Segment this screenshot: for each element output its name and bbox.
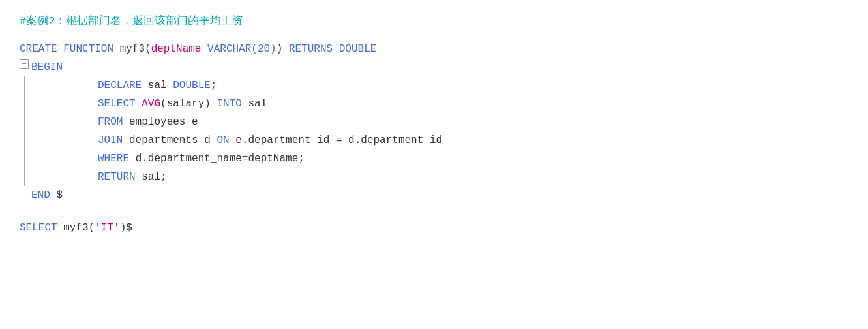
kw-function: FUNCTION	[63, 40, 113, 58]
from-table: employees e	[129, 113, 198, 131]
comment-text: #案例2：根据部门名，返回该部门的平均工资	[20, 15, 243, 27]
var-sal-declare: sal	[148, 76, 167, 95]
param-deptname: deptName	[151, 40, 202, 58]
arg-salary: salary	[167, 95, 205, 113]
kw-select: SELECT	[98, 95, 136, 113]
kw-end: END	[31, 186, 50, 204]
on-expr: e.department_id = d.department_id	[235, 131, 442, 149]
block-inner: DECLARE sal DOUBLE ; SELECT AVG ( salary…	[20, 76, 848, 186]
collapse-button[interactable]: −	[20, 59, 29, 69]
where-expr: d.department_name=deptName;	[136, 149, 305, 168]
kw-declare: DECLARE	[98, 76, 142, 95]
end-line: END $	[20, 186, 848, 204]
comment-line: #案例2：根据部门名，返回该部门的平均工资	[20, 13, 848, 28]
kw-returns: RETURNS	[289, 40, 333, 58]
type-double: DOUBLE	[339, 40, 377, 58]
code-container: #案例2：根据部门名，返回该部门的平均工资 CREATE FUNCTION my…	[0, 0, 868, 329]
join-table: departments d	[129, 131, 211, 149]
end-dollar: $	[56, 186, 63, 204]
kw-create: CREATE	[20, 40, 57, 58]
select-avg-line: SELECT AVG ( salary ) INTO sal	[20, 95, 848, 113]
arg-it: 'IT'	[95, 219, 119, 237]
kw-on: ON	[217, 131, 229, 149]
kw-from: FROM	[98, 113, 123, 131]
kw-into: INTO	[217, 95, 241, 113]
return-line: RETURN sal;	[20, 168, 848, 186]
declare-line: DECLARE sal DOUBLE ;	[20, 76, 848, 95]
func-name: myf3(	[120, 40, 151, 58]
kw-join: JOIN	[98, 131, 123, 149]
kw-return: RETURN	[98, 168, 136, 186]
vertical-line	[24, 76, 25, 186]
func-call-myf3: myf3(	[63, 219, 95, 237]
kw-begin: BEGIN	[31, 58, 63, 76]
create-function-line: CREATE FUNCTION myf3( deptName VARCHAR(2…	[20, 40, 848, 58]
kw-where: WHERE	[98, 149, 129, 168]
func-avg: AVG	[142, 95, 160, 113]
begin-line: − BEGIN	[20, 58, 848, 76]
func-close: )$	[120, 219, 132, 237]
type-double-declare: DOUBLE	[173, 76, 211, 95]
select2-line: SELECT myf3( 'IT' )$	[20, 219, 848, 237]
return-var: sal;	[142, 168, 166, 186]
spacer	[20, 204, 848, 212]
type-varchar: VARCHAR(20)	[207, 40, 277, 58]
join-line: JOIN departments d ON e.department_id = …	[20, 131, 848, 149]
var-sal-into: sal	[248, 95, 267, 113]
begin-end-block: − BEGIN DECLARE sal DOUBLE ; SELECT AVG …	[20, 58, 848, 204]
kw-select2: SELECT	[20, 219, 57, 237]
where-line: WHERE d.department_name=deptName;	[20, 149, 848, 168]
from-line: FROM employees e	[20, 113, 848, 131]
